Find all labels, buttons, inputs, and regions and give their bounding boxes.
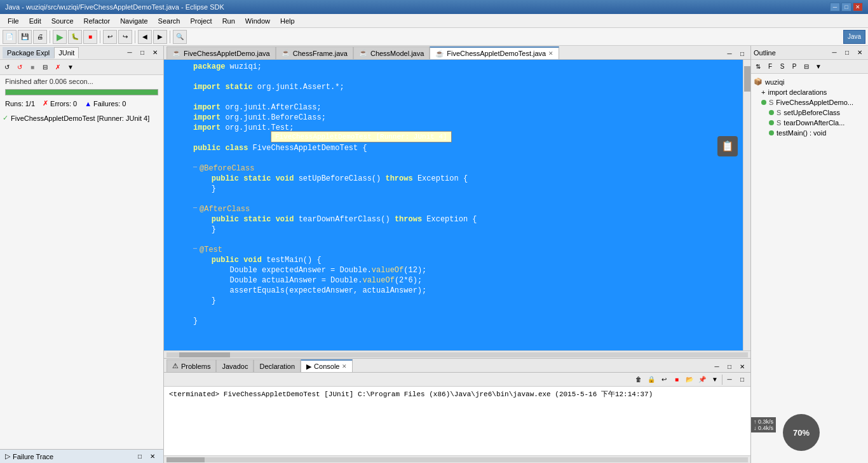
show-only-failures-button[interactable]: ✗: [52, 62, 64, 73]
search-icon[interactable]: 🔍: [173, 30, 187, 44]
undo-button[interactable]: ↩: [103, 30, 117, 44]
editor-maximize[interactable]: □: [736, 48, 748, 59]
tab-javadoc[interactable]: Javadoc: [216, 359, 254, 372]
close-button[interactable]: ✕: [853, 3, 863, 11]
outline-view-menu[interactable]: ▼: [813, 61, 824, 73]
console-tab-close[interactable]: ✕: [342, 363, 347, 370]
console-minimize[interactable]: ─: [724, 374, 735, 385]
redo-button[interactable]: ↪: [118, 30, 132, 44]
menu-source[interactable]: Source: [46, 16, 79, 26]
title-text: Java - wuziqi/src/wuziqi/FiveChessApplet…: [5, 3, 224, 11]
debug-button[interactable]: 🐛: [68, 30, 82, 44]
bottom-panel-close[interactable]: ✕: [736, 361, 748, 372]
outline-maximize[interactable]: □: [841, 47, 853, 59]
outline-item-class[interactable]: S FiveChessAppletDemo...: [754, 97, 865, 107]
tab-declaration[interactable]: Declaration: [254, 359, 301, 372]
outline-close[interactable]: ✕: [854, 47, 865, 59]
minimize-panel-button[interactable]: ─: [124, 47, 135, 59]
hide-fields-button[interactable]: F: [764, 61, 776, 73]
maximize-button[interactable]: □: [841, 3, 851, 11]
sort-button[interactable]: ⇅: [752, 61, 764, 73]
outline-item-imports[interactable]: + import declarations: [754, 87, 865, 97]
errors-icon: ✗: [43, 99, 48, 107]
run-button[interactable]: ▶: [53, 30, 67, 44]
stop-test-button[interactable]: ■: [27, 62, 38, 73]
tab-close-icon[interactable]: ✕: [548, 50, 553, 57]
open-file-button[interactable]: 📂: [684, 374, 695, 385]
editor-vscrollbar[interactable]: [743, 60, 750, 350]
rerun-failed-button[interactable]: ↺: [14, 62, 25, 73]
outline-item-package[interactable]: 📦 wuziqi: [754, 76, 865, 87]
bottom-panel-maximize[interactable]: □: [724, 361, 735, 372]
code-line: import org.junit.BeforeClass;: [164, 113, 743, 123]
failure-trace-label: Failure Trace: [13, 453, 53, 460]
editor-minimize[interactable]: ─: [724, 48, 735, 59]
tab-fivechess-test[interactable]: ☕ FiveChessAppletDemoTest.java ✕: [430, 46, 559, 59]
view-menu-button[interactable]: ▼: [65, 62, 76, 73]
menu-project[interactable]: Project: [185, 16, 217, 26]
console-stop-button[interactable]: ■: [671, 374, 682, 385]
tab-chessmodel[interactable]: ☕ ChessModel.java: [353, 46, 430, 59]
code-line: ─ @AfterClass: [164, 205, 743, 215]
failure-trace-maximize[interactable]: □: [134, 451, 146, 462]
stop-button[interactable]: ■: [83, 30, 97, 44]
console-view-menu[interactable]: ▼: [709, 374, 721, 385]
bottom-panel-minimize[interactable]: ─: [711, 361, 722, 372]
menu-edit[interactable]: Edit: [24, 16, 46, 26]
hide-static-button[interactable]: S: [776, 61, 788, 73]
editor-content[interactable]: FiveChessAppletDemoTest [Runner: JUnit 4…: [164, 60, 743, 350]
tab-fivechess-demo[interactable]: ☕ FiveChessAppletDemo.java: [166, 46, 276, 59]
menu-window[interactable]: Window: [240, 16, 275, 26]
perspective-java[interactable]: Java: [843, 30, 865, 44]
tab-package-explorer[interactable]: Package Expl: [3, 47, 54, 59]
new-button[interactable]: 📄: [3, 30, 17, 44]
menu-help[interactable]: Help: [275, 16, 300, 26]
menu-refactor[interactable]: Refactor: [79, 16, 116, 26]
download-speed: ↓ 0.4k/s: [754, 425, 773, 431]
editor-scroll-thumb[interactable]: [744, 66, 750, 92]
tab-console[interactable]: ▶ Console ✕: [301, 359, 353, 372]
code-line: Double expectedAnswer = Double.valueOf(1…: [164, 266, 743, 276]
editor-hscrollbar[interactable]: [164, 350, 750, 358]
outline-item-setup[interactable]: S setUpBeforeClass: [754, 107, 865, 118]
console-maximize[interactable]: □: [736, 374, 748, 385]
outline-item-teardown[interactable]: S tearDownAfterCla...: [754, 118, 865, 128]
hide-nonpublic-button[interactable]: P: [789, 61, 800, 73]
failures-icon: ▲: [85, 100, 92, 107]
tab-junit[interactable]: JUnit: [54, 47, 79, 59]
clear-console-button[interactable]: 🗑: [633, 374, 644, 385]
tab-chessframe[interactable]: ☕ ChessFrame.java: [276, 46, 353, 59]
h-scroll-track: [166, 352, 748, 357]
bottom-h-thumb[interactable]: [166, 457, 205, 462]
maximize-panel-button[interactable]: □: [137, 47, 148, 59]
tab-problems[interactable]: ⚠ Problems: [166, 359, 216, 372]
print-button[interactable]: 🖨: [33, 30, 47, 44]
scroll-lock-button[interactable]: 🔒: [646, 374, 657, 385]
back-button[interactable]: ◀: [138, 30, 152, 44]
rerun-button[interactable]: ↺: [1, 62, 13, 73]
forward-button[interactable]: ▶: [153, 30, 167, 44]
close-panel-button[interactable]: ✕: [149, 47, 161, 59]
menu-navigate[interactable]: Navigate: [115, 16, 153, 26]
h-scroll-thumb[interactable]: [179, 352, 230, 357]
junit-test-item[interactable]: ✓ FiveChessAppletDemoTest [Runner: JUnit…: [3, 113, 161, 123]
save-button[interactable]: 💾: [18, 30, 32, 44]
collapse-all-button[interactable]: ⊟: [39, 62, 51, 73]
class-icon: [761, 100, 766, 105]
bottom-hscrollbar[interactable]: [164, 455, 750, 463]
word-wrap-button[interactable]: ↩: [658, 374, 670, 385]
outline-minimize[interactable]: ─: [829, 47, 840, 59]
collapse-all-outline-button[interactable]: ⊟: [801, 61, 812, 73]
menu-run[interactable]: Run: [217, 16, 240, 26]
failure-trace-close[interactable]: ✕: [147, 451, 158, 462]
outline-item-testmain[interactable]: testMain() : void: [754, 128, 865, 138]
code-line: [164, 195, 743, 205]
menu-search[interactable]: Search: [153, 16, 186, 26]
menu-file[interactable]: File: [3, 16, 24, 26]
method-icon-2: [769, 120, 774, 125]
minimize-button[interactable]: ─: [830, 3, 840, 11]
failures-stat: ▲ Failures: 0: [85, 99, 126, 107]
outline-toolbar: ⇅ F S P ⊟ ▼: [751, 60, 868, 74]
action-button[interactable]: 📋: [717, 136, 738, 156]
pin-console-button[interactable]: 📌: [696, 374, 708, 385]
